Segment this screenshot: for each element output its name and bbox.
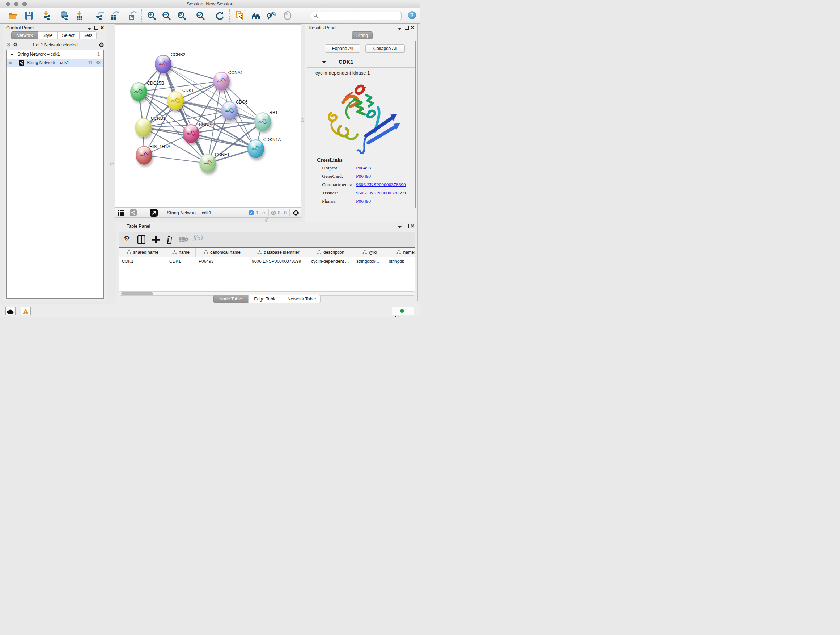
tab-sets[interactable]: Sets: [79, 32, 96, 40]
zoom-fit-icon[interactable]: [177, 11, 186, 20]
tab-edge-table[interactable]: Edge Table: [248, 295, 283, 303]
collapse-all-button[interactable]: Collapse All: [365, 44, 405, 53]
tab-network[interactable]: Network: [11, 32, 38, 40]
crosslink-link[interactable]: P06493: [356, 173, 371, 179]
warning-status-button[interactable]: [21, 307, 31, 315]
column-header-label: name: [179, 250, 189, 255]
column-header-id[interactable]: @id: [354, 248, 386, 257]
node-CDK1[interactable]: [167, 91, 184, 110]
node-CDC6[interactable]: [221, 101, 238, 120]
network-row[interactable]: String Network – cdk1 11 48: [6, 59, 103, 67]
column-header-name[interactable]: name: [166, 248, 196, 257]
zoom-in-icon[interactable]: [147, 11, 156, 20]
crosslink-link[interactable]: 9606.ENSP00000378699: [356, 190, 406, 195]
cloud-status-button[interactable]: [5, 307, 16, 315]
show-columns-icon[interactable]: [137, 235, 145, 245]
hide-selected-eye-slash-icon[interactable]: [266, 11, 276, 20]
tab-style[interactable]: Style: [38, 32, 57, 40]
network-options-gear-icon[interactable]: ⚙: [99, 41, 104, 49]
close-panel-icon[interactable]: ✕: [411, 25, 415, 30]
node-CDC25B[interactable]: [130, 82, 147, 101]
crosslink-row-uniprot: Uniprot:P06493: [322, 164, 412, 172]
close-panel-icon[interactable]: ✕: [411, 223, 415, 229]
grid-view-icon[interactable]: [118, 210, 124, 217]
toolbar-separator: [229, 10, 230, 22]
bottom-splitter-handle[interactable]: [265, 218, 268, 222]
tab-string[interactable]: String: [352, 32, 373, 40]
toolbar-separator: [289, 209, 290, 217]
node-RB1[interactable]: [254, 112, 271, 131]
search-icon: [313, 13, 318, 18]
control-panel-header: Control Panel ✕: [3, 24, 107, 32]
left-splitter-handle[interactable]: [110, 162, 114, 165]
export-table-icon[interactable]: [110, 11, 119, 20]
collapse-panel-icon[interactable]: [88, 27, 91, 31]
tab-select[interactable]: Select: [57, 32, 79, 40]
column-header-shared-name[interactable]: shared name: [119, 248, 166, 257]
import-network-file-icon[interactable]: [42, 11, 52, 20]
collection-expand-triangle-icon[interactable]: [10, 54, 14, 56]
import-table-file-icon[interactable]: [74, 11, 84, 20]
network-canvas[interactable]: CCNB2 CCNA1 CDC25B CDK1 CDC6 RB1CCNB1 CC…: [115, 24, 302, 208]
table-panel-title: Table Panel: [126, 224, 150, 229]
crosslink-label: Pharos:: [322, 197, 356, 205]
crosslink-link[interactable]: P06493: [356, 198, 371, 204]
selected-checkbox-icon[interactable]: ✓: [249, 211, 254, 215]
zoom-selected-icon[interactable]: [196, 11, 205, 20]
refresh-icon[interactable]: [215, 11, 224, 20]
zoom-out-icon[interactable]: [162, 11, 171, 20]
cloud-icon: [7, 309, 14, 314]
search-input[interactable]: [319, 13, 399, 19]
node-CDKN1A[interactable]: [248, 139, 264, 158]
column-header-description[interactable]: description: [308, 248, 354, 257]
crosslinks-list: Uniprot:P06493GeneCard:P06493Compartment…: [322, 164, 412, 205]
right-splitter-handle[interactable]: [301, 119, 304, 122]
show-all-eye-icon[interactable]: [283, 11, 292, 20]
tab-network-table[interactable]: Network Table: [283, 295, 321, 303]
table-row[interactable]: CDK1CDK1P064939606.ENSP00000378699cyclin…: [119, 257, 415, 266]
float-panel-icon[interactable]: [405, 224, 409, 229]
table-tabs: Node TableEdge TableNetwork Table: [117, 295, 417, 304]
node-CCNB1[interactable]: [135, 118, 152, 137]
column-header-namespace[interactable]: namespace: [386, 248, 415, 257]
help-button[interactable]: ?: [408, 11, 416, 19]
network-collection-row[interactable]: String Network – cdk1 1: [6, 50, 103, 59]
crosslink-row-genecard: GeneCard:P06493: [322, 172, 412, 180]
network-from-selection-icon[interactable]: [235, 11, 245, 20]
apply-function-fx-icon[interactable]: f(x): [193, 234, 202, 242]
delete-table-icon[interactable]: [180, 237, 189, 244]
node-CCNA1[interactable]: [213, 72, 230, 90]
first-neighbors-houses-icon[interactable]: [251, 11, 261, 20]
table-options-gear-icon[interactable]: ⚙: [124, 234, 130, 242]
save-session-icon[interactable]: [24, 11, 34, 20]
birdseye-view-icon[interactable]: [130, 209, 137, 216]
tab-node-table[interactable]: Node Table: [213, 295, 248, 303]
memory-button[interactable]: Memory: [392, 307, 414, 315]
node-CCNB2[interactable]: [155, 55, 172, 73]
float-panel-icon[interactable]: [95, 26, 98, 30]
column-header-canonical-name[interactable]: canonical name: [196, 248, 249, 257]
import-network-database-icon[interactable]: [60, 11, 69, 20]
section-expand-triangle-icon[interactable]: [322, 61, 326, 63]
target-crosshair-icon[interactable]: [292, 209, 300, 218]
export-image-icon[interactable]: [127, 11, 137, 20]
crosslink-link[interactable]: P06493: [356, 165, 371, 171]
open-external-view-button[interactable]: [150, 209, 158, 217]
expand-all-button[interactable]: Expand All: [325, 44, 360, 53]
crosslink-link[interactable]: 9606.ENSP00000378699: [356, 182, 406, 187]
hidden-eye-slash-icon[interactable]: [271, 211, 276, 217]
column-type-icon: [317, 250, 322, 255]
gene-section-header[interactable]: CDK1: [308, 57, 415, 68]
export-network-icon[interactable]: [95, 11, 104, 20]
open-session-folder-icon[interactable]: [8, 11, 17, 20]
column-header-database-identifier[interactable]: database identifier: [249, 248, 308, 257]
close-panel-icon[interactable]: ✕: [100, 25, 104, 30]
scrollbar-thumb[interactable]: [121, 292, 153, 295]
collapse-panel-icon[interactable]: [398, 225, 401, 229]
create-column-plus-icon[interactable]: [152, 235, 160, 245]
delete-column-trash-icon[interactable]: [166, 235, 173, 245]
node-CCNA2[interactable]: [183, 124, 199, 143]
float-panel-icon[interactable]: [405, 26, 409, 30]
collapse-panel-icon[interactable]: [398, 27, 401, 31]
node-CCNE1[interactable]: [199, 154, 216, 173]
